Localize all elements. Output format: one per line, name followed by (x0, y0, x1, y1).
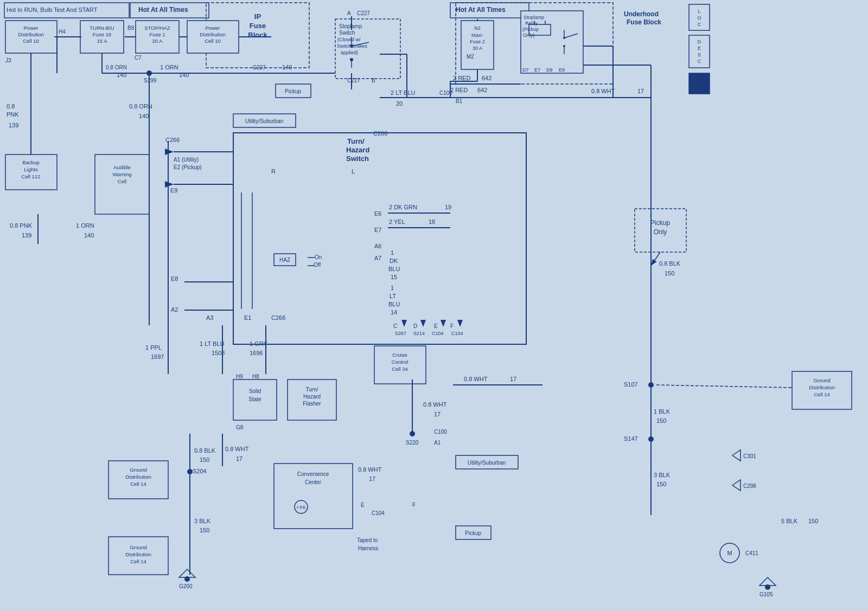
svg-text:Hazard: Hazard (303, 394, 321, 400)
svg-text:Fuse 1: Fuse 1 (149, 31, 165, 37)
svg-text:LT: LT (390, 293, 396, 299)
svg-text:O: O (697, 15, 701, 21)
svg-text:Ground: Ground (813, 377, 831, 383)
svg-text:Cell 34: Cell 34 (392, 366, 408, 372)
svg-text:0.8 BLK: 0.8 BLK (659, 260, 681, 267)
svg-text:Off: Off (314, 262, 321, 268)
svg-text:E8: E8 (171, 275, 178, 282)
wiring-diagram: Hot In RUN, Bulb Test And START Hot At A… (0, 0, 868, 611)
svg-text:Pickup: Pickup (650, 219, 670, 227)
svg-text:Only: Only (654, 228, 667, 236)
svg-text:D9: D9 (546, 67, 553, 73)
svg-text:2 RED: 2 RED (453, 75, 470, 81)
svg-text:A7: A7 (374, 255, 381, 261)
svg-text:Flasher: Flasher (303, 401, 321, 407)
svg-text:Cell 10: Cell 10 (23, 38, 39, 44)
svg-text:150: 150 (200, 527, 209, 533)
svg-text:A1: A1 (434, 440, 441, 446)
svg-text:Maxi-: Maxi- (471, 33, 483, 38)
svg-text:2 DK GRN: 2 DK GRN (389, 204, 417, 210)
svg-text:Utility/Suburban: Utility/Suburban (245, 118, 284, 124)
svg-text:BLU: BLU (388, 301, 400, 307)
svg-point-237 (648, 382, 654, 388)
svg-text:15 A: 15 A (97, 38, 107, 44)
svg-text:(Pickup: (Pickup (522, 27, 539, 32)
svg-text:C266: C266 (373, 130, 387, 137)
svg-text:0.8 ORN: 0.8 ORN (129, 103, 152, 110)
svg-text:140: 140 (282, 64, 292, 70)
svg-text:17: 17 (637, 88, 644, 94)
hot-in-run-label: Hot In RUN, Bulb Test And START (7, 7, 98, 13)
svg-text:Cell 14: Cell 14 (130, 481, 146, 487)
svg-text:C227: C227 (357, 10, 370, 16)
svg-text:A2: A2 (171, 306, 178, 313)
svg-text:1 LT BLU: 1 LT BLU (200, 340, 225, 347)
svg-text:140: 140 (139, 113, 149, 119)
svg-text:TURN-B/U: TURN-B/U (90, 25, 114, 31)
svg-text:Block: Block (248, 31, 267, 39)
hot-at-all-times-2: Hot At All Times (456, 6, 506, 14)
svg-text:C298: C298 (743, 483, 756, 489)
svg-text:Cell 14: Cell 14 (130, 558, 146, 564)
svg-text:642: 642 (477, 87, 487, 93)
svg-text:3 BLK: 3 BLK (194, 518, 211, 524)
svg-text:1: 1 (391, 249, 394, 256)
svg-text:Center: Center (305, 479, 322, 485)
svg-text:H8: H8 (252, 374, 259, 380)
svg-text:Fuse: Fuse (250, 22, 266, 30)
svg-text:642: 642 (482, 75, 492, 81)
svg-text:C227: C227 (347, 78, 360, 83)
svg-text:C266: C266 (165, 137, 180, 143)
svg-point-61 (563, 45, 565, 47)
svg-text:0.8 ORN: 0.8 ORN (106, 65, 127, 70)
svg-text:Cell 14: Cell 14 (814, 391, 830, 397)
svg-text:On: On (315, 254, 322, 260)
svg-text:1: 1 (391, 285, 394, 291)
svg-text:• F6: • F6 (297, 505, 305, 510)
svg-text:2 RED: 2 RED (450, 87, 468, 93)
svg-text:19: 19 (445, 204, 451, 210)
svg-text:Distribution: Distribution (809, 384, 835, 390)
svg-text:1 PPL: 1 PPL (145, 344, 162, 351)
svg-text:E: E (361, 502, 365, 508)
svg-text:J3: J3 (5, 57, 11, 63)
svg-text:150: 150 (665, 270, 674, 276)
svg-text:applied): applied) (341, 50, 358, 55)
svg-text:S214: S214 (413, 331, 425, 336)
svg-text:140: 140 (117, 72, 126, 78)
svg-text:0.8 WHT: 0.8 WHT (225, 446, 249, 452)
svg-text:5 BLK: 5 BLK (781, 518, 798, 524)
svg-text:0.8 WHT: 0.8 WHT (464, 376, 488, 382)
svg-text:Lights: Lights (24, 166, 38, 172)
svg-text:S147: S147 (624, 435, 638, 442)
svg-text:Backup: Backup (22, 159, 40, 165)
svg-text:Taped to: Taped to (357, 537, 378, 543)
svg-text:Convenience: Convenience (297, 471, 329, 477)
svg-text:Solid: Solid (249, 388, 261, 394)
svg-text:15: 15 (391, 274, 397, 280)
svg-text:0.8 PNK: 0.8 PNK (10, 222, 33, 229)
svg-text:139: 139 (9, 122, 18, 128)
svg-text:L: L (698, 9, 700, 14)
svg-text:Relay: Relay (525, 21, 538, 26)
svg-text:F: F (412, 502, 416, 508)
svg-text:Distribution: Distribution (200, 31, 226, 37)
svg-text:Fuse 16: Fuse 16 (93, 31, 111, 37)
svg-text:Fuse Block: Fuse Block (627, 18, 661, 26)
svg-text:N2: N2 (474, 25, 481, 31)
svg-text:Ground: Ground (130, 467, 147, 473)
svg-text:Audible: Audible (113, 164, 131, 170)
svg-text:C: C (393, 323, 397, 329)
svg-text:Cruise: Cruise (392, 352, 407, 358)
svg-text:Power: Power (206, 25, 220, 31)
svg-text:1697: 1697 (151, 353, 164, 360)
svg-text:1 ORN: 1 ORN (76, 222, 94, 229)
svg-text:C100: C100 (434, 429, 447, 435)
svg-text:Distribution: Distribution (125, 474, 151, 480)
svg-text:20 A: 20 A (152, 38, 163, 44)
svg-text:C104: C104 (451, 331, 463, 336)
svg-text:0.8 WHT: 0.8 WHT (591, 88, 615, 94)
svg-text:30 A: 30 A (473, 46, 482, 51)
svg-text:D: D (698, 39, 701, 44)
svg-text:E9: E9 (170, 187, 177, 194)
